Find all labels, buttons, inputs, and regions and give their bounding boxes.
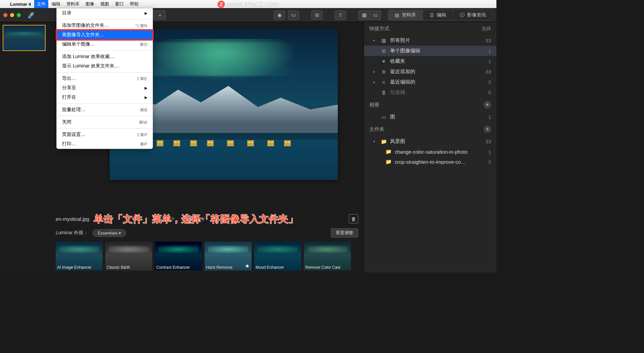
watermark-z-icon: Z [217,1,225,8]
folder-icon: 📁 [385,149,391,155]
maximize-window-icon[interactable] [17,13,21,17]
menu-image[interactable]: 图像 [86,1,94,7]
menu-item[interactable]: 分享至▶ [57,83,153,93]
sidebar-item[interactable]: ▭图1 [364,112,496,122]
sidebar-item[interactable]: ▸⊕最近添加的33 [364,66,496,77]
menu-view[interactable]: 视图 [100,1,109,7]
add-folder-button[interactable]: + [484,125,491,133]
look-preset[interactable]: AI Image Enhancer [56,242,103,270]
single-view-icon[interactable]: ▭ [370,10,381,20]
window-controls[interactable] [3,13,21,17]
menu-file[interactable]: 文件 [34,0,48,8]
menu-item[interactable]: 打开在▶ [57,93,153,102]
looks-strip: AI Image EnhancerClassic B&WContrast Enh… [50,240,364,272]
look-preset[interactable]: Haze Removal★ [205,242,252,270]
menu-help[interactable]: 帮助 [130,1,139,7]
watermark: Z www.MacZ.com [217,0,279,9]
thumbnail-selected[interactable] [3,25,46,51]
looks-category-select[interactable]: Essentials ▾ [93,229,126,237]
look-preset[interactable]: Classic B&W [105,242,152,270]
looks-label: Luminar 外观： [56,230,88,236]
view-mode-buttons: ▦ ▭ [358,10,381,20]
tab-info[interactable]: ⓘ影像资讯 [453,10,493,20]
info-icon: ⓘ [460,12,465,18]
tab-edit[interactable]: ☰编辑 [423,10,453,20]
trash-icon: 🗑 [381,90,387,95]
menu-item[interactable]: 目录▶ [57,8,153,18]
app-name: Luminar 4 [10,2,31,7]
sidebar-item[interactable]: 📁crop-straighten-to-improve-co…2 [364,157,496,167]
plus-button[interactable]: + [154,10,166,20]
look-preset[interactable]: Mood Enhancer [254,242,301,270]
album-icon: ▭ [381,114,387,120]
menu-edit[interactable]: 编辑 [52,1,60,7]
panel-tabs: ▤资料库 ☰编辑 ⓘ影像资讯 [388,10,493,20]
look-preset[interactable]: Remove Color Cast [304,242,351,270]
eye-icon[interactable]: ◉ [274,10,285,20]
menu-item[interactable]: 编辑单个图像…⌘O [57,40,153,49]
menu-item[interactable]: 添加 Luminar 效果收藏… [57,52,153,61]
sidebar-item[interactable]: 🗑垃圾桶0 [364,87,496,98]
sliders-icon: ☰ [430,12,434,18]
menu-item[interactable]: 页面设置…⇧⌘P [57,130,153,139]
add-album-button[interactable]: + [484,101,491,108]
grid-icon: ▦ [381,38,387,44]
menu-item[interactable]: 打印…⌘P [57,139,153,149]
rocket-icon[interactable]: 🚀 [28,11,35,19]
plus-circle-icon: ⊕ [381,69,387,75]
sidebar-item[interactable]: ♥收藏夹1 [364,56,496,66]
grid4-icon: ⊞ [381,48,387,54]
filename-label: en-mystical.jpg [56,216,89,222]
sidebar-item[interactable]: 📁change-color-saturation-in-photo1 [364,147,496,157]
menu-window[interactable]: 窗口 [115,1,124,7]
sidebar-item[interactable]: ▸▦所有照片33 [364,35,496,46]
menu-item[interactable]: 导出…⇧⌘E [57,74,153,83]
folder-icon: 📁 [385,159,391,165]
shortcuts-header: 快捷方式 选择 [364,22,496,35]
menu-item[interactable]: 批量处理…⌘B [57,105,153,114]
looks-bar: Luminar 外观： Essentials ▾ 重置调整 [50,226,364,240]
folder-icon: 📁 [381,139,387,145]
compare-icon[interactable]: ▭ [288,10,299,20]
sliders-icon: ≡ [381,79,387,85]
file-menu-dropdown[interactable]: 目录▶添加带图像的文件夹…⌥⌘N将图像导入文件夹…编辑单个图像…⌘O添加 Lum… [56,8,153,149]
menu-item[interactable]: 添加带图像的文件夹…⌥⌘N [57,21,153,30]
delete-button[interactable]: 🗑 [349,214,358,223]
filmstrip-left [0,22,50,272]
sidebar-item[interactable]: ⊞单个图像编辑1 [364,46,496,56]
menu-item[interactable]: 关闭⌘W [57,117,153,127]
menu-library[interactable]: 资料库 [66,1,79,7]
tab-library[interactable]: ▤资料库 [388,10,423,20]
star-icon: ★ [245,263,250,269]
close-window-icon[interactable] [3,13,7,17]
menu-item[interactable]: 显示 Luminar 效果文件夹… [57,61,153,71]
menu-item[interactable]: 将图像导入文件夹… [57,30,153,40]
library-icon: ▤ [395,12,399,18]
select-button[interactable]: 选择 [482,26,491,32]
share-icon[interactable]: ⇪ [335,10,346,20]
sidebar-item[interactable]: ▾📁风景图33 [364,136,496,147]
right-sidebar: 快捷方式 选择 ▸▦所有照片33⊞单个图像编辑1♥收藏夹1▸⊕最近添加的33▸≡… [364,22,496,272]
folders-header: 文件夹 + [364,122,496,136]
minimize-window-icon[interactable] [10,13,14,17]
instruction-annotation: 单击「文件」菜单，选择「将图像导入文件夹」 [94,213,298,225]
grid-view-icon[interactable]: ▦ [358,10,370,20]
crop-icon[interactable]: ⧉ [311,10,323,20]
sidebar-item[interactable]: ▸≡最近编辑的2 [364,77,496,87]
reset-adjustments-button[interactable]: 重置调整 [331,228,358,238]
look-preset[interactable]: Contrast Enhancer [155,242,202,270]
albums-header: 相册 + [364,98,496,112]
heart-icon: ♥ [381,58,387,64]
